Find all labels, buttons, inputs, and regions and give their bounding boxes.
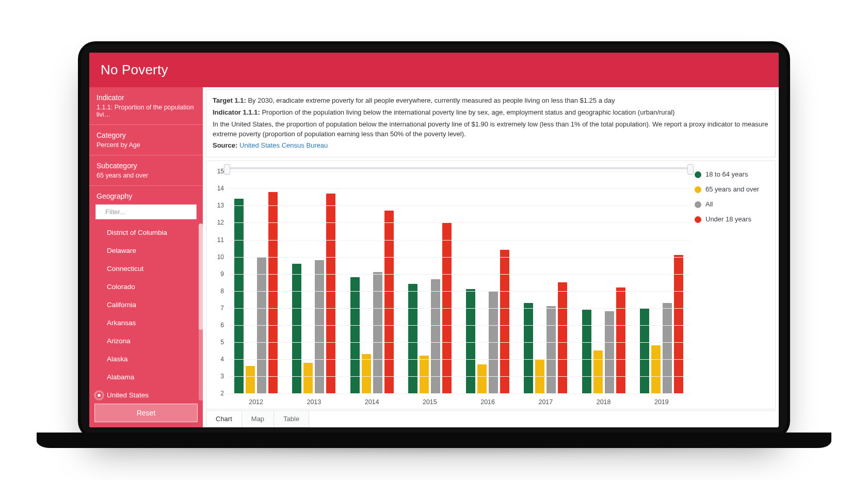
- year-group: 2013: [285, 171, 343, 393]
- gridline: [227, 376, 690, 377]
- bar[interactable]: [408, 284, 417, 393]
- gridline: [227, 205, 690, 206]
- x-axis-label: 2018: [575, 398, 633, 406]
- target-text: By 2030, eradicate extreme poverty for a…: [248, 97, 615, 104]
- view-tab-chart[interactable]: Chart: [206, 411, 242, 427]
- geography-filter-input[interactable]: [105, 208, 192, 216]
- sidebar-indicator[interactable]: Indicator 1.1.1: Proportion of the popul…: [89, 87, 203, 125]
- geography-item[interactable]: Arizona: [89, 332, 203, 350]
- y-axis-tick: 4: [220, 356, 224, 363]
- x-axis-label: 2012: [227, 398, 285, 406]
- bar[interactable]: [362, 354, 371, 393]
- bar[interactable]: [593, 350, 603, 393]
- bar[interactable]: [420, 356, 429, 393]
- bar[interactable]: [500, 250, 509, 393]
- scrollbar-thumb[interactable]: [199, 223, 203, 330]
- x-axis-label: 2019: [633, 398, 690, 406]
- view-tabs: ChartMapTable: [206, 410, 776, 427]
- scrollbar-track[interactable]: [199, 223, 203, 401]
- geography-item[interactable]: District of Columbia: [89, 223, 203, 242]
- bar[interactable]: [616, 287, 625, 393]
- y-axis-tick: 3: [220, 373, 224, 380]
- bar[interactable]: [582, 310, 591, 393]
- y-axis-tick: 9: [220, 270, 224, 278]
- reset-button[interactable]: Reset: [94, 404, 198, 422]
- laptop-mockup: No Poverty Indicator 1.1.1: Proportion o…: [78, 41, 790, 439]
- year-group: 2018: [575, 171, 633, 393]
- geography-item[interactable]: Delaware: [89, 242, 203, 260]
- legend-item[interactable]: 65 years and over: [695, 185, 769, 193]
- legend-label: All: [705, 200, 713, 208]
- view-tab-table[interactable]: Table: [274, 411, 309, 427]
- geography-item[interactable]: California: [89, 296, 203, 314]
- y-axis-tick: 5: [220, 339, 224, 346]
- bar[interactable]: [326, 194, 335, 393]
- gridline: [227, 274, 690, 275]
- year-group: 2014: [343, 171, 401, 393]
- geography-item[interactable]: Alabama: [89, 368, 203, 386]
- bar[interactable]: [303, 363, 313, 394]
- y-axis-tick: 6: [220, 322, 224, 329]
- gridline: [227, 240, 690, 241]
- year-group: 2017: [517, 171, 574, 393]
- gridline: [227, 291, 690, 292]
- range-slider-track[interactable]: [227, 167, 690, 169]
- bar[interactable]: [234, 199, 244, 393]
- sidebar: Indicator 1.1.1: Proportion of the popul…: [89, 87, 203, 427]
- bar[interactable]: [292, 264, 301, 393]
- sidebar-category-value: Percent by Age: [97, 141, 196, 149]
- year-group: 2016: [459, 171, 517, 393]
- indicator-label: Indicator 1.1.1:: [213, 108, 260, 116]
- bar[interactable]: [674, 255, 683, 393]
- sidebar-subcategory-value: 65 years and over: [97, 172, 196, 179]
- plot-area: 20122013201420152016201720182019: [227, 166, 690, 393]
- geography-item[interactable]: Alaska: [89, 350, 203, 368]
- y-axis: 23456789101112131415: [206, 161, 227, 409]
- bar[interactable]: [373, 272, 382, 393]
- bar[interactable]: [605, 311, 614, 393]
- sidebar-indicator-value: 1.1.1: Proportion of the population livi…: [97, 104, 196, 118]
- gridline: [227, 188, 690, 189]
- bar[interactable]: [315, 260, 324, 393]
- geography-item[interactable]: Colorado: [89, 278, 203, 296]
- x-axis-label: 2016: [459, 398, 517, 406]
- year-group: 2019: [633, 171, 690, 393]
- bar[interactable]: [663, 303, 672, 393]
- legend-label: Under 18 years: [705, 215, 751, 223]
- y-axis-tick: 7: [220, 305, 224, 312]
- bar[interactable]: [477, 364, 487, 393]
- legend-swatch: [695, 201, 701, 208]
- y-axis-tick: 12: [217, 219, 224, 226]
- geography-filter[interactable]: [95, 204, 197, 219]
- bar[interactable]: [466, 289, 475, 393]
- page-title: No Poverty: [89, 53, 779, 87]
- bar[interactable]: [651, 345, 661, 393]
- content-row: Indicator 1.1.1: Proportion of the popul…: [89, 87, 779, 427]
- legend-item[interactable]: 18 to 64 years: [695, 170, 769, 178]
- laptop-frame: No Poverty Indicator 1.1.1: Proportion o…: [78, 41, 790, 439]
- y-axis-tick: 2: [220, 390, 224, 397]
- description-body: In the United States, the proportion of …: [213, 120, 769, 139]
- y-axis-tick: 15: [217, 168, 224, 175]
- legend-swatch: [695, 186, 701, 193]
- view-tab-map[interactable]: Map: [242, 411, 274, 427]
- geography-item[interactable]: Connecticut: [89, 260, 203, 278]
- source-link[interactable]: United States Census Bureau: [239, 141, 328, 149]
- bar[interactable]: [384, 211, 394, 393]
- sidebar-category[interactable]: Category Percent by Age: [89, 125, 203, 155]
- bar[interactable]: [268, 192, 278, 393]
- legend-item[interactable]: All: [695, 200, 769, 208]
- geography-item[interactable]: Arkansas: [89, 314, 203, 332]
- gridline: [227, 222, 690, 223]
- bar[interactable]: [546, 306, 556, 393]
- geography-item[interactable]: United States: [89, 386, 203, 401]
- legend-swatch: [695, 171, 701, 178]
- bar[interactable]: [640, 308, 649, 393]
- bar[interactable]: [524, 303, 533, 393]
- y-axis-tick: 13: [217, 202, 224, 209]
- bar[interactable]: [246, 366, 255, 393]
- sidebar-subcategory[interactable]: Subcategory 65 years and over: [89, 155, 203, 186]
- search-icon: [100, 209, 101, 215]
- year-group: 2015: [401, 171, 459, 393]
- legend-item[interactable]: Under 18 years: [695, 215, 769, 223]
